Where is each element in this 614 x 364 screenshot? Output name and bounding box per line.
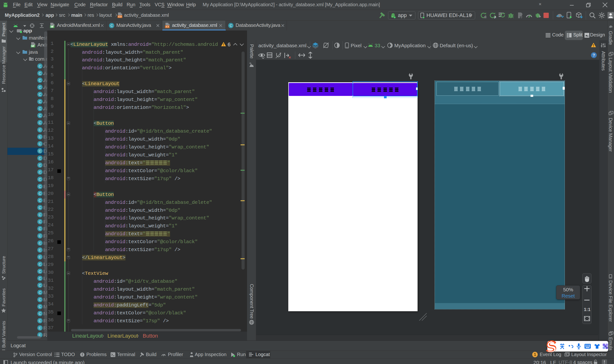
svg-text:C: C [39,142,41,146]
svg-text:C: C [39,241,41,245]
svg-text:C: C [39,85,41,89]
svg-text:C: C [39,220,41,224]
svg-text:C: C [39,312,41,316]
svg-text:MF: MF [51,26,54,28]
svg-text:MF: MF [31,45,35,48]
svg-text:C: C [39,128,41,132]
svg-text:A: A [494,15,496,19]
svg-text:C: C [39,184,41,188]
svg-text:C: C [39,276,41,280]
svg-text:C: C [39,213,41,217]
svg-text:C: C [39,227,41,231]
svg-text:C: C [110,24,113,27]
svg-text:C: C [39,106,41,111]
svg-text:C: C [39,269,41,273]
svg-text:C: C [39,78,41,82]
svg-text:C: C [39,206,41,209]
svg-text:C: C [39,234,41,238]
svg-text:C: C [39,326,41,330]
svg-text:C: C [39,100,41,104]
svg-text:C: C [39,255,41,259]
svg-text:b: b [280,52,281,55]
svg-text:C: C [39,283,41,287]
svg-text:C: C [39,248,41,252]
svg-text:?: ? [593,53,595,58]
svg-text:C: C [39,71,41,75]
svg-text:C: C [39,319,41,323]
svg-text:C: C [39,163,41,167]
svg-text:C: C [39,64,41,68]
svg-text:C: C [39,92,41,96]
svg-text:C: C [39,177,41,181]
svg-text:C: C [39,298,41,302]
svg-text:C: C [39,156,41,160]
svg-text:C: C [39,262,41,266]
svg-text:C: C [39,135,41,139]
svg-text:C: C [39,290,41,294]
svg-text:C: C [39,170,41,174]
svg-text:C: C [39,149,41,153]
svg-text:C: C [39,191,41,195]
svg-text:C: C [230,24,232,27]
svg-text:C: C [39,113,41,117]
svg-text:C: C [39,121,41,125]
svg-text:C: C [39,305,41,309]
svg-text:C: C [39,198,41,202]
